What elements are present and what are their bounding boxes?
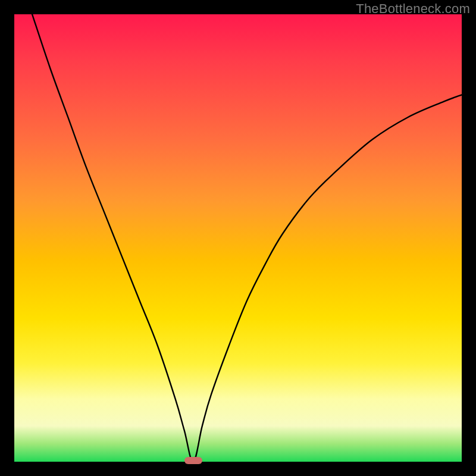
minimum-marker — [184, 457, 202, 464]
watermark-text: TheBottleneck.com — [356, 1, 470, 17]
plot-area — [14, 14, 462, 462]
chart-frame: TheBottleneck.com — [0, 0, 476, 476]
bottleneck-curve — [14, 14, 462, 462]
